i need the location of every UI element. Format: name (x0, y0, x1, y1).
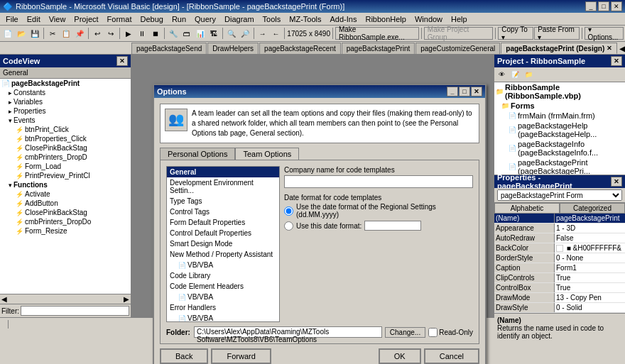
dialog-item-codeheaders[interactable]: Code Element Headers (167, 281, 279, 292)
options-dialog: Options _ □ ✕ 👥 A team leader can set al… (153, 84, 487, 364)
back-btn[interactable]: Back (160, 348, 208, 364)
dialog-close-btn[interactable]: ✕ (471, 87, 482, 96)
dialog-footer: Folder: C:\Users\Alex\AppData\Roaming\MZ… (166, 326, 473, 338)
forward-btn[interactable]: Forward (211, 348, 271, 364)
dialog-item-general[interactable]: General (167, 167, 279, 177)
dialog-min-btn[interactable]: _ (447, 87, 458, 96)
radio-custom: Use this date format: (284, 221, 473, 231)
custom-date-input[interactable] (364, 221, 421, 231)
dialog-item-smartdesign[interactable]: Smart Design Mode (167, 238, 279, 249)
dialog-tab-team[interactable]: Team Options (235, 148, 299, 160)
dialog-item-vbvba3[interactable]: 📄 VB/VBA (167, 313, 279, 322)
dialog-title-bar: Options _ □ ✕ (154, 85, 485, 98)
dialog-nav-row: Back Forward OK Cancel (160, 348, 479, 364)
dialog-body: 👥 A team leader can set all the team opt… (154, 98, 485, 364)
dialog-item-formdefault[interactable]: Form Default Properties (167, 217, 279, 228)
dialog-left-panel: General Development Environment Settin..… (166, 166, 280, 322)
radio-regional-input[interactable] (284, 206, 293, 216)
date-format-radios: Use the date format of the Regional Sett… (284, 203, 473, 231)
ok-btn[interactable]: OK (379, 348, 421, 364)
dialog-ok-cancel: OK Cancel (379, 348, 479, 364)
dialog-item-controldefault[interactable]: Control Default Properties (167, 228, 279, 238)
dialog-info-icon: 👥 (165, 109, 188, 131)
code-templates-group: Company name for code templates (284, 166, 473, 188)
dialog-item-controltags[interactable]: Control Tags (167, 206, 279, 217)
code-templates-input[interactable] (284, 175, 473, 188)
dialog-panel: General Development Environment Settin..… (160, 160, 479, 344)
readonly-check: Read-Only (428, 328, 473, 337)
dialog-item-newmethod[interactable]: New Method / Property Assistant (167, 249, 279, 260)
cancel-btn[interactable]: Cancel (424, 348, 479, 364)
dialog-item-vbvba2[interactable]: 📄 VB/VBA (167, 292, 279, 302)
dialog-item-typetags[interactable]: Type Tags (167, 196, 279, 206)
dialog-nav-btns: Back Forward (160, 348, 271, 364)
dialog-title-btns: _ □ ✕ (447, 87, 482, 96)
dialog-tab-personal[interactable]: Personal Options (160, 148, 235, 160)
dialog-max-btn[interactable]: □ (459, 87, 470, 96)
dialog-item-devenv[interactable]: Development Environment Settin... (167, 177, 279, 196)
change-folder-btn[interactable]: Change... (385, 327, 425, 338)
date-format-group: Date format for code templates Use the d… (284, 194, 473, 231)
dialog-overlay: Options _ □ ✕ 👥 A team leader can set al… (0, 0, 625, 364)
folder-path-display: C:\Users\Alex\AppData\Roaming\MZTools So… (194, 326, 382, 338)
dialog-tabs: Personal Options Team Options (160, 148, 479, 160)
dialog-right-panel: Company name for code templates Date for… (284, 166, 473, 322)
dialog-content: General Development Environment Settin..… (166, 166, 473, 322)
readonly-checkbox[interactable] (428, 328, 438, 337)
dialog-item-errorhandlers[interactable]: Error Handlers (167, 302, 279, 313)
dialog-info-box: 👥 A team leader can set all the team opt… (160, 104, 479, 143)
radio-regional: Use the date format of the Regional Sett… (284, 203, 473, 219)
dialog-item-codelibrary[interactable]: Code Library (167, 270, 279, 281)
dialog-item-vbvba1[interactable]: 📄 VB/VBA (167, 260, 279, 270)
radio-custom-input[interactable] (284, 221, 293, 231)
